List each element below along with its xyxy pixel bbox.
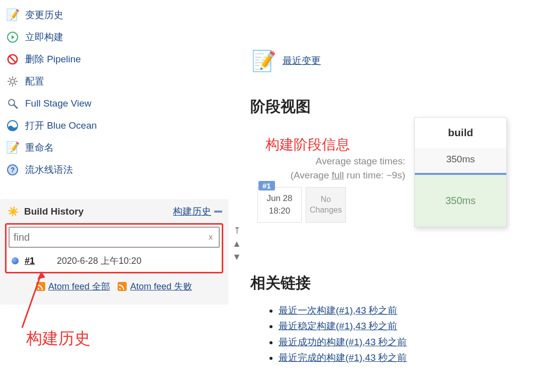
- sidebar-item-delete-pipeline[interactable]: 删除 Pipeline: [2, 48, 231, 70]
- help-icon: ?: [6, 163, 19, 176]
- list-item: 最近稳定构建(#1),43 秒之前: [279, 318, 532, 334]
- stage-column-header: build: [415, 118, 506, 148]
- build-history-title: Build History: [24, 206, 173, 217]
- sidebar-item-rename[interactable]: 📝 重命名: [2, 137, 231, 159]
- annotation-history-label: 构建历史: [26, 328, 90, 350]
- sidebar-item-label: 重命名: [25, 141, 54, 154]
- sidebar-item-label: 删除 Pipeline: [25, 53, 81, 66]
- annotation-highlight-box: x #1 2020-6-28 上午10:20: [5, 223, 223, 273]
- sidebar-item-pipeline-syntax[interactable]: ? 流水线语法: [2, 159, 231, 181]
- svg-line-10: [9, 83, 11, 85]
- svg-line-13: [14, 105, 17, 108]
- list-item: 最近完成的构建(#1),43 秒之前: [279, 350, 532, 365]
- search-input[interactable]: [14, 232, 207, 243]
- build-history-header: ☀️ Build History 构建历史: [0, 199, 228, 223]
- related-link[interactable]: 最近一次构建(#1),43 秒之前: [279, 305, 397, 316]
- build-history-feeds: Atom feed 全部 Atom feed 失败: [5, 273, 223, 297]
- related-link[interactable]: 最近稳定构建(#1),43 秒之前: [279, 321, 397, 331]
- svg-line-9: [15, 83, 16, 85]
- svg-point-3: [11, 79, 15, 83]
- build-status-ball-icon: [12, 257, 19, 264]
- sidebar-item-configure[interactable]: 配置: [2, 70, 231, 92]
- run-date-cell[interactable]: #1 Jun 28 18:20: [257, 187, 303, 223]
- sidebar-item-label: 流水线语法: [25, 163, 73, 176]
- run-number-badge: #1: [258, 181, 275, 190]
- related-link[interactable]: 最近成功的构建(#1),43 秒之前: [279, 337, 407, 347]
- sidebar-item-full-stage-view[interactable]: Full Stage View: [2, 92, 231, 115]
- related-links-list: 最近一次构建(#1),43 秒之前 最近稳定构建(#1),43 秒之前 最近成功…: [250, 303, 532, 365]
- svg-text:?: ?: [11, 166, 15, 174]
- no-entry-icon: [6, 53, 19, 66]
- scroll-up-icon[interactable]: ▲: [232, 239, 241, 248]
- sidebar-item-label: 打开 Blue Ocean: [25, 119, 97, 132]
- rss-icon: [118, 282, 127, 291]
- scroll-down-icon[interactable]: ▼: [232, 252, 241, 261]
- build-row[interactable]: #1 2020-6-28 上午10:20: [9, 248, 220, 269]
- sidebar-item-blue-ocean[interactable]: 打开 Blue Ocean: [2, 115, 231, 137]
- svg-line-11: [15, 78, 16, 79]
- run-changes-cell[interactable]: No Changes: [306, 187, 346, 223]
- related-links-heading: 相关链接: [250, 273, 532, 293]
- sidebar-item-label: 变更历史: [25, 9, 63, 22]
- build-number-link[interactable]: #1: [25, 256, 35, 266]
- edit-icon: 📝: [6, 141, 19, 154]
- stage-run-row: #1 Jun 28 18:20 No Changes: [250, 187, 411, 223]
- notepad-icon: 📝: [250, 47, 278, 74]
- list-item: 最近一次构建(#1),43 秒之前: [279, 303, 532, 318]
- scroll-top-icon[interactable]: ⤒: [233, 226, 241, 235]
- sidebar-item-changes[interactable]: 📝 变更历史: [2, 4, 231, 26]
- collapse-icon[interactable]: [214, 211, 222, 213]
- svg-line-8: [9, 78, 11, 79]
- sidebar-item-build-now[interactable]: 立即构建: [2, 26, 231, 48]
- gear-icon: [6, 75, 19, 88]
- sun-icon: ☀️: [6, 206, 20, 217]
- main-content: 📝 最近变更 阶段视图 构建阶段信息 build 350ms 350ms Ave…: [250, 0, 532, 365]
- avg-line-2: (Average full run time: ~9s): [250, 168, 405, 182]
- svg-line-2: [10, 56, 16, 63]
- build-history-scroll-arrows: ⤒ ▲ ▼: [231, 226, 242, 261]
- build-timestamp: 2020-6-28 上午10:20: [57, 255, 141, 267]
- run-date: Jun 28 18:20: [257, 187, 302, 223]
- atom-feed-all-link[interactable]: Atom feed 全部: [48, 281, 110, 291]
- build-history-search[interactable]: x: [9, 227, 220, 248]
- atom-feed-fail-link[interactable]: Atom feed 失败: [130, 281, 192, 291]
- clock-play-icon: [6, 31, 19, 44]
- stage-average-cell: 350ms: [415, 148, 506, 175]
- blue-ocean-icon: [6, 119, 19, 132]
- sidebar: 📝 变更历史 立即构建 删除 Pipeline 配置 Full S: [0, 0, 231, 305]
- build-history-body: x #1 2020-6-28 上午10:20 ⤒ ▲ ▼ Atom feed 全…: [0, 223, 228, 301]
- stage-view-heading: 阶段视图: [250, 96, 532, 117]
- sidebar-item-label: 配置: [25, 75, 44, 88]
- related-link[interactable]: 最近完成的构建(#1),43 秒之前: [279, 352, 407, 363]
- build-history-panel: ☀️ Build History 构建历史 x #1 2020-6-28 上午1…: [0, 199, 228, 305]
- rss-icon: [36, 282, 45, 291]
- sidebar-item-label: 立即构建: [25, 31, 63, 44]
- average-stage-times-label: Average stage times: (Average full run t…: [250, 154, 411, 182]
- sidebar-links: 📝 变更历史 立即构建 删除 Pipeline 配置 Full S: [0, 0, 231, 181]
- recent-changes-link[interactable]: 最近变更: [283, 54, 321, 67]
- build-history-trend-link[interactable]: 构建历史: [173, 205, 211, 218]
- recent-changes: 📝 最近变更: [250, 47, 532, 74]
- notepad-icon: 📝: [6, 9, 19, 22]
- stage-row-headers: Average stage times: (Average full run t…: [250, 154, 411, 223]
- avg-line-1: Average stage times:: [250, 154, 405, 168]
- clear-search-icon[interactable]: x: [207, 233, 215, 242]
- stage-run-cell[interactable]: 350ms: [415, 175, 506, 227]
- sidebar-item-label: Full Stage View: [25, 98, 92, 109]
- list-item: 最近成功的构建(#1),43 秒之前: [279, 334, 532, 350]
- stage-column-build: build 350ms 350ms: [414, 117, 507, 227]
- magnifier-icon: [6, 97, 19, 110]
